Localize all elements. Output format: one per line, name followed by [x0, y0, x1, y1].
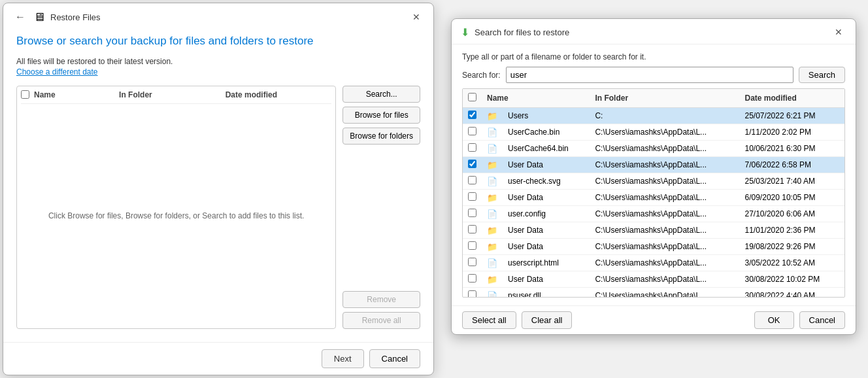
footer-left-buttons: Select all Clear all [462, 311, 572, 329]
table-row[interactable]: 📁 Users C: 25/07/2022 6:21 PM [463, 108, 844, 124]
col-header-date: Date modified [225, 90, 332, 101]
table-row[interactable]: 📄 UserCache64.bin C:\Users\iamashks\AppD… [463, 141, 844, 157]
browse-heading: Browse or search your backup for files a… [16, 35, 420, 48]
row-date: 25/03/2021 7:40 AM [740, 173, 844, 190]
cancel-button[interactable]: Cancel [369, 349, 420, 368]
back-button[interactable]: ← [12, 10, 28, 24]
file-list-panel: Name In Folder Date modified Click Brows… [16, 86, 336, 329]
row-folder: C:\Users\iamashks\AppData\L... [590, 222, 739, 239]
row-type-icon: 📄 [482, 173, 503, 190]
row-checkbox-cell [463, 271, 482, 288]
row-type-icon: 📄 [482, 255, 503, 271]
row-checkbox[interactable] [468, 274, 476, 283]
left-dialog-footer: Next Cancel [3, 342, 433, 375]
next-button[interactable]: Next [322, 349, 364, 368]
table-row[interactable]: 📄 psuser.dll C:\Users\iamashks\AppData\L… [463, 288, 844, 298]
results-table: Name In Folder Date modified 📁 Users C: … [463, 89, 844, 298]
row-name: User Data [503, 271, 590, 288]
row-name: userscript.html [503, 255, 590, 271]
ok-button[interactable]: OK [754, 311, 794, 329]
file-icon: 📄 [487, 144, 497, 154]
file-icon: 📄 [487, 177, 497, 186]
row-checkbox-cell [463, 108, 482, 124]
row-checkbox-cell [463, 288, 482, 298]
left-dialog-title: Restore Files [50, 12, 101, 22]
file-icon: 📄 [487, 209, 497, 219]
file-icon: 📄 [487, 291, 497, 298]
row-checkbox[interactable] [468, 127, 476, 135]
search-input[interactable] [506, 67, 793, 83]
row-type-icon: 📄 [482, 141, 503, 157]
subtitle-text: All files will be restored to their late… [16, 57, 420, 66]
col-header-in-folder: In Folder [590, 89, 739, 108]
row-checkbox[interactable] [468, 160, 476, 168]
row-checkbox-cell [463, 206, 482, 222]
browse-folders-button[interactable]: Browse for folders [342, 128, 420, 145]
search-icon: ⬇ [461, 26, 469, 39]
row-checkbox[interactable] [468, 241, 476, 250]
row-checkbox-cell [463, 255, 482, 271]
row-checkbox[interactable] [468, 176, 476, 184]
table-row[interactable]: 📄 user-check.svg C:\Users\iamashks\AppDa… [463, 173, 844, 190]
restore-files-dialog: ← 🖥 Restore Files ✕ Browse or search you… [3, 3, 434, 375]
results-table-container: Name In Folder Date modified 📁 Users C: … [462, 88, 845, 298]
table-row[interactable]: 📁 User Data C:\Users\iamashks\AppData\L.… [463, 271, 844, 288]
row-checkbox[interactable] [468, 143, 476, 152]
row-date: 1/11/2020 2:02 PM [740, 124, 844, 141]
right-cancel-button[interactable]: Cancel [799, 311, 845, 329]
restore-icon: 🖥 [33, 10, 45, 24]
row-checkbox[interactable] [468, 225, 476, 233]
row-folder: C:\Users\iamashks\AppData\L... [590, 141, 739, 157]
row-type-icon: 📁 [482, 157, 503, 173]
row-checkbox[interactable] [468, 258, 476, 266]
row-checkbox[interactable] [468, 209, 476, 217]
header-checkbox[interactable] [21, 90, 29, 99]
row-name: User Data [503, 239, 590, 255]
row-date: 30/08/2022 4:40 AM [740, 288, 844, 298]
row-checkbox-cell [463, 190, 482, 206]
row-date: 3/05/2022 10:52 AM [740, 255, 844, 271]
row-checkbox[interactable] [468, 192, 476, 201]
table-row[interactable]: 📄 user.config C:\Users\iamashks\AppData\… [463, 206, 844, 222]
row-name: user-check.svg [503, 173, 590, 190]
row-folder: C:\Users\iamashks\AppData\L... [590, 157, 739, 173]
col-header-name: Name [482, 89, 590, 108]
browse-files-button[interactable]: Browse for files [342, 107, 420, 124]
row-folder: C:\Users\iamashks\AppData\L... [590, 173, 739, 190]
left-close-button[interactable]: ✕ [409, 10, 424, 24]
table-row[interactable]: 📁 User Data C:\Users\iamashks\AppData\L.… [463, 239, 844, 255]
row-name: User Data [503, 222, 590, 239]
table-row[interactable]: 📄 userscript.html C:\Users\iamashks\AppD… [463, 255, 844, 271]
row-name: UserCache64.bin [503, 141, 590, 157]
row-checkbox[interactable] [468, 111, 476, 119]
row-checkbox-cell [463, 173, 482, 190]
table-row[interactable]: 📁 User Data C:\Users\iamashks\AppData\L.… [463, 190, 844, 206]
row-date: 30/08/2022 10:02 PM [740, 271, 844, 288]
row-type-icon: 📁 [482, 222, 503, 239]
row-type-icon: 📄 [482, 124, 503, 141]
remove-button-disabled: Remove [342, 291, 420, 308]
row-date: 6/09/2020 10:05 PM [740, 190, 844, 206]
choose-date-link[interactable]: Choose a different date [16, 67, 420, 77]
results-header-checkbox[interactable] [468, 93, 476, 101]
row-folder: C:\Users\iamashks\AppData\L... [590, 271, 739, 288]
table-row[interactable]: 📄 UserCache.bin C:\Users\iamashks\AppDat… [463, 124, 844, 141]
row-date: 7/06/2022 6:58 PM [740, 157, 844, 173]
left-titlebar: ← 🖥 Restore Files ✕ [3, 3, 433, 28]
table-row[interactable]: 📁 User Data C:\Users\iamashks\AppData\L.… [463, 222, 844, 239]
results-header-row: Name In Folder Date modified [463, 89, 844, 108]
right-dialog-title: Search for files to restore [475, 27, 826, 37]
file-action-buttons: Search... Browse for files Browse for fo… [342, 86, 420, 329]
clear-all-button[interactable]: Clear all [522, 311, 573, 329]
col-header-date-modified: Date modified [740, 89, 844, 108]
right-close-button[interactable]: ✕ [831, 26, 846, 39]
row-folder: C:\Users\iamashks\AppData\L... [590, 124, 739, 141]
row-checkbox[interactable] [468, 290, 476, 298]
row-checkbox-cell [463, 222, 482, 239]
folder-icon: 📁 [487, 160, 497, 170]
table-row[interactable]: 📁 User Data C:\Users\iamashks\AppData\L.… [463, 157, 844, 173]
search-submit-button[interactable]: Search [799, 67, 845, 83]
row-checkbox-cell [463, 157, 482, 173]
search-button[interactable]: Search... [342, 86, 420, 103]
select-all-button[interactable]: Select all [462, 311, 516, 329]
